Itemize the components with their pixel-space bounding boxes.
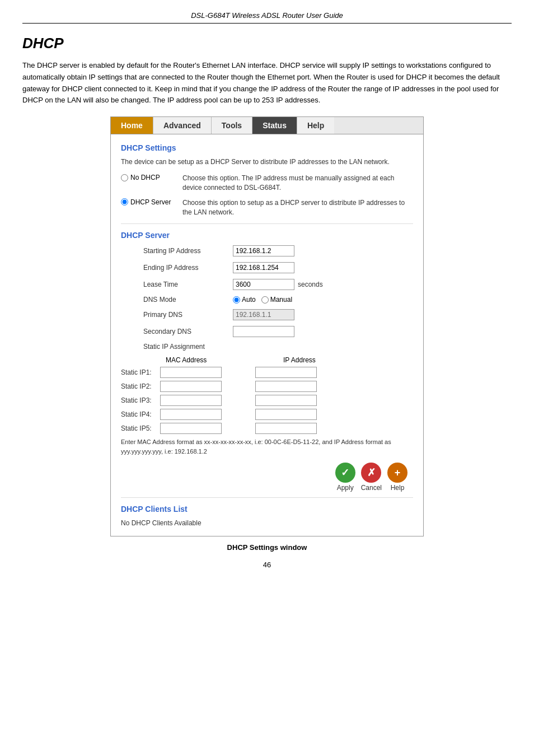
static-ip-4-label: Static IP4:: [121, 410, 160, 418]
starting-ip-input[interactable]: [233, 245, 294, 256]
static-ip-row-3: Static IP3:: [121, 395, 413, 406]
cancel-label: Cancel: [361, 484, 382, 492]
lease-time-label: Lease Time: [143, 281, 233, 288]
nav-bar: Home Advanced Tools Status Help: [111, 117, 423, 134]
page-number: 46: [22, 561, 512, 569]
static-ip-row-2: Static IP2:: [121, 381, 413, 392]
dhcp-settings-title: DHCP Settings: [121, 143, 413, 152]
secondary-dns-row: Secondary DNS: [121, 326, 413, 337]
static-ip-2-mac[interactable]: [160, 381, 222, 392]
dns-auto-label: Auto: [242, 296, 256, 304]
secondary-dns-label: Secondary DNS: [143, 328, 233, 335]
ip-address-col-header: IP Address: [283, 356, 316, 364]
starting-ip-row: Starting IP Address: [121, 245, 413, 256]
dhcp-server-section: DHCP Server Starting IP Address Ending I…: [121, 231, 413, 351]
page-title: DHCP: [22, 35, 512, 52]
apply-button[interactable]: ✓: [335, 463, 355, 483]
dhcp-server-title: DHCP Server: [121, 231, 413, 240]
apply-group: ✓ Apply: [335, 463, 355, 492]
dns-manual-radio[interactable]: [261, 296, 269, 304]
lease-time-input[interactable]: [233, 279, 294, 290]
primary-dns-input[interactable]: [233, 309, 294, 320]
page-header: DSL-G684T Wireless ADSL Router User Guid…: [22, 11, 512, 24]
dhcp-settings-description: The device can be setup as a DHCP Server…: [121, 158, 413, 166]
dns-manual-label: Manual: [270, 296, 292, 304]
static-ip-row-5: Static IP5:: [121, 423, 413, 434]
static-ip-1-addr[interactable]: [255, 367, 317, 378]
static-ip-1-label: Static IP1:: [121, 368, 160, 376]
secondary-dns-input[interactable]: [233, 326, 294, 337]
static-ip-2-addr[interactable]: [255, 381, 317, 392]
nav-advanced[interactable]: Advanced: [153, 117, 212, 134]
nav-tools[interactable]: Tools: [212, 117, 252, 134]
router-ui-box: Home Advanced Tools Status Help DHCP Set…: [110, 116, 424, 536]
static-ip-3-mac[interactable]: [160, 395, 222, 406]
static-ip-assignment-row: Static IP Assignment: [121, 343, 413, 351]
header-title: DSL-G684T Wireless ADSL Router User Guid…: [191, 11, 343, 20]
lease-time-row: Lease Time seconds: [121, 279, 413, 290]
static-ip-assignment-label: Static IP Assignment: [143, 343, 233, 351]
help-button[interactable]: +: [387, 463, 407, 483]
no-dhcp-row: No DHCP Choose this option. The IP addre…: [121, 174, 413, 193]
static-ip-5-addr[interactable]: [255, 423, 317, 434]
clients-list-title: DHCP Clients List: [121, 505, 413, 514]
dhcp-server-radio-row: DHCP Server Choose this option to setup …: [121, 198, 413, 217]
static-ip-4-mac[interactable]: [160, 409, 222, 420]
no-dhcp-radio[interactable]: [121, 174, 128, 181]
dns-manual-option: Manual: [261, 296, 292, 304]
action-buttons: ✓ Apply ✗ Cancel + Help: [121, 463, 413, 492]
static-ip-section: MAC Address IP Address Static IP1: Stati…: [121, 356, 413, 456]
static-ip-2-label: Static IP2:: [121, 382, 160, 390]
static-ip-row-1: Static IP1:: [121, 367, 413, 378]
ending-ip-input[interactable]: [233, 262, 294, 273]
dns-options: Auto Manual: [233, 296, 292, 304]
content-area: DHCP Settings The device can be setup as…: [111, 134, 423, 536]
static-ip-5-label: Static IP5:: [121, 424, 160, 432]
starting-ip-label: Starting IP Address: [143, 247, 233, 255]
dhcp-server-radio-label: DHCP Server: [121, 198, 182, 206]
cancel-group: ✗ Cancel: [361, 463, 382, 492]
dhcp-server-radio-description: Choose this option to setup as a DHCP se…: [182, 198, 413, 217]
dhcp-server-radio[interactable]: [121, 198, 128, 206]
static-ip-1-mac[interactable]: [160, 367, 222, 378]
no-clients-text: No DHCP Clients Available: [121, 519, 413, 527]
divider-1: [121, 223, 413, 224]
ending-ip-row: Ending IP Address: [121, 262, 413, 273]
static-ip-5-mac[interactable]: [160, 423, 222, 434]
nav-help[interactable]: Help: [297, 117, 334, 134]
nav-home[interactable]: Home: [111, 117, 153, 134]
static-ip-3-label: Static IP3:: [121, 396, 160, 404]
intro-text: The DHCP server is enabled by default fo…: [22, 60, 512, 106]
static-ip-row-4: Static IP4:: [121, 409, 413, 420]
static-ip-3-addr[interactable]: [255, 395, 317, 406]
primary-dns-row: Primary DNS: [121, 309, 413, 320]
no-dhcp-label: No DHCP: [121, 174, 182, 181]
no-dhcp-description: Choose this option. The IP address must …: [182, 174, 413, 193]
static-ip-4-addr[interactable]: [255, 409, 317, 420]
clients-section: DHCP Clients List No DHCP Clients Availa…: [121, 497, 413, 527]
apply-label: Apply: [337, 484, 354, 492]
dns-auto-radio[interactable]: [233, 296, 240, 304]
mac-address-col-header: MAC Address: [160, 356, 250, 364]
dns-mode-row: DNS Mode Auto Manual: [121, 296, 413, 304]
caption: DHCP Settings window: [22, 543, 512, 552]
help-group: + Help: [387, 463, 407, 492]
cancel-button[interactable]: ✗: [361, 463, 381, 483]
dns-auto-option: Auto: [233, 296, 256, 304]
lease-time-unit: seconds: [298, 281, 323, 288]
primary-dns-label: Primary DNS: [143, 311, 233, 319]
help-label: Help: [391, 484, 405, 492]
dns-mode-label: DNS Mode: [143, 296, 233, 304]
nav-status[interactable]: Status: [252, 117, 297, 134]
ending-ip-label: Ending IP Address: [143, 264, 233, 272]
hint-text: Enter MAC Address format as xx-xx-xx-xx-…: [121, 437, 413, 456]
